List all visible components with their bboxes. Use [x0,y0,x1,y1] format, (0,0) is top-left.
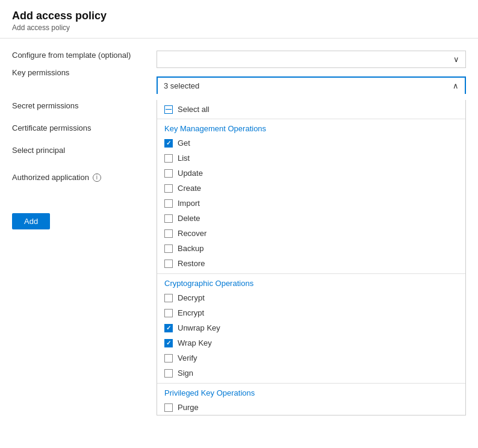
secret-permissions-label: Secret permissions [12,101,144,110]
select-all-checkbox[interactable] [164,105,173,114]
checkbox-update: Update [157,166,465,181]
decrypt-checkbox[interactable] [164,294,173,302]
authorized-app-info-icon[interactable]: i [93,173,101,182]
right-panel: ∨ 3 selected ∧ Select all Key Management… [157,51,466,415]
get-label[interactable]: Get [178,138,190,148]
purge-checkbox[interactable] [164,403,173,412]
checkbox-restore: Restore [157,256,465,271]
delete-label[interactable]: Delete [178,214,200,223]
import-label[interactable]: Import [178,199,200,208]
breadcrumb: Add access policy [12,23,466,32]
select-principal-row: Select principal [12,146,144,155]
key-management-header: Key Management Operations [157,119,465,135]
page-header: Add access policy Add access policy [0,0,478,39]
secret-permissions-row: Secret permissions [12,101,144,110]
wrap-key-label[interactable]: Wrap Key [178,338,212,347]
configure-template-dropdown[interactable]: ∨ [157,51,466,68]
key-permissions-dropdown[interactable]: 3 selected ∧ [157,76,466,94]
create-checkbox[interactable] [164,184,173,193]
configure-chevron-down-icon: ∨ [453,55,459,64]
certificate-permissions-label: Certificate permissions [12,123,144,132]
select-all-row: Select all [157,100,465,119]
sign-checkbox[interactable] [164,369,173,378]
section-privileged: Privileged Key Operations Purge [157,384,465,415]
checkbox-sign: Sign [157,366,465,381]
purge-label[interactable]: Purge [178,403,199,412]
key-permissions-row: Key permissions [12,68,144,77]
backup-checkbox[interactable] [164,244,173,253]
recover-checkbox[interactable] [164,229,173,238]
authorized-app-label: Authorized application i [12,173,144,182]
section-cryptographic: Cryptographic Operations Decrypt Encrypt… [157,274,465,381]
privileged-header: Privileged Key Operations [157,384,465,400]
sign-label[interactable]: Sign [178,369,193,378]
checkbox-decrypt: Decrypt [157,290,465,305]
encrypt-label[interactable]: Encrypt [178,308,204,317]
authorized-app-row: Authorized application i [12,173,144,182]
cryptographic-header: Cryptographic Operations [157,274,465,290]
certificate-permissions-row: Certificate permissions [12,123,144,132]
list-label[interactable]: List [178,154,190,163]
checkbox-purge: Purge [157,400,465,415]
restore-checkbox[interactable] [164,260,173,268]
key-permissions-chevron-up-icon: ∧ [453,81,459,90]
backup-label[interactable]: Backup [178,244,203,253]
left-panel: Configure from template (optional) Key p… [12,51,144,415]
checkbox-encrypt: Encrypt [157,305,465,320]
checkbox-recover: Recover [157,226,465,241]
delete-checkbox[interactable] [164,214,173,223]
checkbox-import: Import [157,196,465,211]
configure-template-label: Configure from template (optional) [12,51,144,60]
configure-template-row: Configure from template (optional) [12,51,144,60]
update-label[interactable]: Update [178,169,203,178]
unwrap-key-checkbox[interactable] [164,324,173,332]
verify-label[interactable]: Verify [178,353,197,362]
key-permissions-label: Key permissions [12,68,144,77]
decrypt-label[interactable]: Decrypt [178,293,205,302]
recover-label[interactable]: Recover [178,229,206,238]
section-key-management: Key Management Operations Get List Updat… [157,119,465,271]
checkbox-verify: Verify [157,350,465,366]
restore-label[interactable]: Restore [178,259,205,268]
select-all-label[interactable]: Select all [178,105,210,114]
verify-checkbox[interactable] [164,354,173,362]
key-permissions-panel: Select all Key Management Operations Get… [157,100,466,415]
checkbox-backup: Backup [157,241,465,256]
checkbox-unwrap-key: Unwrap Key [157,320,465,335]
checkbox-wrap-key: Wrap Key [157,335,465,350]
update-checkbox[interactable] [164,169,173,178]
checkbox-delete: Delete [157,211,465,226]
list-checkbox[interactable] [164,154,173,163]
wrap-key-checkbox[interactable] [164,339,173,347]
get-checkbox[interactable] [164,139,173,148]
page-title: Add access policy [12,10,466,22]
import-checkbox[interactable] [164,199,173,208]
select-principal-label: Select principal [12,146,144,155]
checkbox-get: Get [157,135,465,151]
key-permissions-field: 3 selected ∧ Select all Key Management O… [157,76,466,415]
checkbox-create: Create [157,181,465,196]
checkbox-list: List [157,151,465,166]
encrypt-checkbox[interactable] [164,309,173,317]
unwrap-key-label[interactable]: Unwrap Key [178,323,220,332]
configure-template-field: ∨ [157,51,466,68]
add-button[interactable]: Add [12,213,50,229]
key-permissions-value: 3 selected [164,81,199,90]
create-label[interactable]: Create [178,184,201,193]
